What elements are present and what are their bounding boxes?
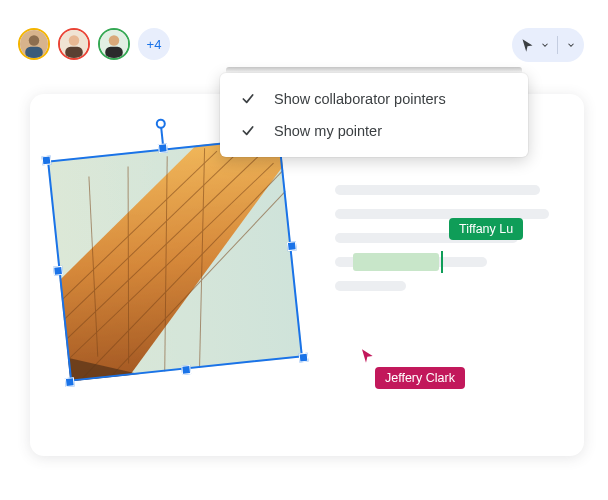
menu-item-show-my-pointer[interactable]: Show my pointer bbox=[220, 115, 528, 147]
collaborator-avatars: +4 bbox=[18, 28, 170, 60]
avatar-collaborator-1[interactable] bbox=[18, 28, 50, 60]
svg-rect-5 bbox=[65, 47, 83, 58]
menu-item-label: Show my pointer bbox=[274, 123, 382, 139]
collaborator-tag-tiffany: Tiffany Lu bbox=[449, 218, 523, 240]
resize-handle-mr[interactable] bbox=[287, 241, 297, 251]
text-line bbox=[335, 257, 487, 267]
svg-rect-8 bbox=[105, 47, 123, 58]
svg-rect-2 bbox=[25, 47, 43, 58]
button-divider bbox=[557, 36, 558, 54]
chevron-down-icon bbox=[566, 40, 576, 50]
building-photo bbox=[47, 136, 303, 381]
avatar-collaborator-3[interactable] bbox=[98, 28, 130, 60]
resize-handle-tl[interactable] bbox=[42, 155, 52, 165]
svg-point-4 bbox=[69, 35, 80, 46]
svg-point-1 bbox=[29, 35, 40, 46]
check-icon bbox=[240, 91, 256, 107]
resize-handle-br[interactable] bbox=[299, 353, 309, 363]
check-icon bbox=[240, 123, 256, 139]
collaborator-pointer-icon bbox=[360, 348, 376, 364]
cursor-icon bbox=[520, 38, 535, 53]
text-line bbox=[335, 281, 406, 291]
collaborator-selection-highlight bbox=[353, 253, 439, 271]
pointer-mode-button[interactable] bbox=[512, 28, 584, 62]
caret-down-icon bbox=[540, 40, 550, 50]
pointer-options-menu: Show collaborator pointers Show my point… bbox=[220, 73, 528, 157]
selected-image[interactable] bbox=[47, 136, 303, 381]
menu-item-show-collaborator-pointers[interactable]: Show collaborator pointers bbox=[220, 83, 528, 115]
text-line bbox=[335, 185, 540, 195]
svg-point-7 bbox=[109, 35, 120, 46]
collaborator-tag-jeffery: Jeffery Clark bbox=[375, 367, 465, 389]
avatar-collaborator-2[interactable] bbox=[58, 28, 90, 60]
collaborator-cursor-caret bbox=[441, 251, 443, 273]
avatar-overflow-count[interactable]: +4 bbox=[138, 28, 170, 60]
resize-handle-mt[interactable] bbox=[158, 143, 168, 153]
resize-handle-ml[interactable] bbox=[53, 266, 63, 276]
resize-handle-bl[interactable] bbox=[65, 377, 75, 387]
document-text-placeholder bbox=[335, 185, 558, 305]
menu-item-label: Show collaborator pointers bbox=[274, 91, 446, 107]
resize-handle-mb[interactable] bbox=[181, 365, 191, 375]
